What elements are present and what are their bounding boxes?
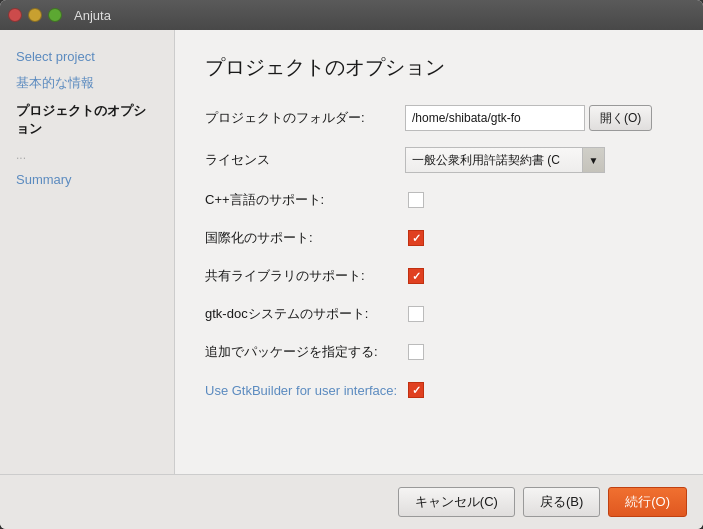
i18n-row: 国際化のサポート: bbox=[205, 227, 673, 249]
back-button[interactable]: 戻る(B) bbox=[523, 487, 600, 517]
minimize-button[interactable] bbox=[28, 8, 42, 22]
extra-packages-label: 追加でパッケージを指定する: bbox=[205, 343, 405, 361]
main-content: Select project 基本的な情報 プロジェクトのオプション ... S… bbox=[0, 30, 703, 474]
cpp-row: C++言語のサポート: bbox=[205, 189, 673, 211]
extra-packages-checkbox[interactable] bbox=[408, 344, 424, 360]
extra-packages-row: 追加でパッケージを指定する: bbox=[205, 341, 673, 363]
gtkdoc-checkbox-container bbox=[405, 303, 427, 325]
license-select-text: 一般公衆利用許諾契約書 (C bbox=[412, 152, 582, 169]
license-select[interactable]: 一般公衆利用許諾契約書 (C ▼ bbox=[405, 147, 605, 173]
sidebar: Select project 基本的な情報 プロジェクトのオプション ... S… bbox=[0, 30, 175, 474]
close-button[interactable] bbox=[8, 8, 22, 22]
gtkbuilder-row: Use GtkBuilder for user interface: bbox=[205, 379, 673, 401]
dropdown-arrow-icon: ▼ bbox=[582, 148, 604, 172]
cancel-button[interactable]: キャンセル(C) bbox=[398, 487, 515, 517]
folder-open-button[interactable]: 開く(O) bbox=[589, 105, 652, 131]
cpp-checkbox-container bbox=[405, 189, 427, 211]
gtkbuilder-checkbox[interactable] bbox=[408, 382, 424, 398]
gtkdoc-label: gtk-docシステムのサポート: bbox=[205, 305, 405, 323]
license-control: 一般公衆利用許諾契約書 (C ▼ bbox=[405, 147, 605, 173]
extra-packages-checkbox-container bbox=[405, 341, 427, 363]
shared-lib-checkbox[interactable] bbox=[408, 268, 424, 284]
page-content: プロジェクトのオプション プロジェクトのフォルダー: 開く(O) ライセンス 一… bbox=[175, 30, 703, 474]
cpp-control bbox=[405, 189, 427, 211]
gtkdoc-checkbox[interactable] bbox=[408, 306, 424, 322]
window-title: Anjuta bbox=[74, 8, 111, 23]
shared-lib-row: 共有ライブラリのサポート: bbox=[205, 265, 673, 287]
gtkbuilder-checkbox-container bbox=[405, 379, 427, 401]
sidebar-item-ellipsis: ... bbox=[12, 145, 162, 165]
sidebar-item-select-project[interactable]: Select project bbox=[12, 46, 162, 67]
page-title: プロジェクトのオプション bbox=[205, 54, 673, 81]
titlebar: Anjuta bbox=[0, 0, 703, 30]
i18n-checkbox[interactable] bbox=[408, 230, 424, 246]
sidebar-item-project-options[interactable]: プロジェクトのオプション bbox=[12, 99, 162, 141]
continue-button[interactable]: 続行(O) bbox=[608, 487, 687, 517]
sidebar-item-basic-info[interactable]: 基本的な情報 bbox=[12, 71, 162, 95]
maximize-button[interactable] bbox=[48, 8, 62, 22]
shared-lib-label: 共有ライブラリのサポート: bbox=[205, 267, 405, 285]
folder-label: プロジェクトのフォルダー: bbox=[205, 109, 405, 127]
i18n-checkbox-container bbox=[405, 227, 427, 249]
extra-packages-control bbox=[405, 341, 427, 363]
cpp-checkbox[interactable] bbox=[408, 192, 424, 208]
bottom-bar: キャンセル(C) 戻る(B) 続行(O) bbox=[0, 474, 703, 529]
folder-row: プロジェクトのフォルダー: 開く(O) bbox=[205, 105, 673, 131]
shared-lib-checkbox-container bbox=[405, 265, 427, 287]
i18n-label: 国際化のサポート: bbox=[205, 229, 405, 247]
gtkdoc-row: gtk-docシステムのサポート: bbox=[205, 303, 673, 325]
license-row: ライセンス 一般公衆利用許諾契約書 (C ▼ bbox=[205, 147, 673, 173]
i18n-control bbox=[405, 227, 427, 249]
folder-control: 開く(O) bbox=[405, 105, 652, 131]
folder-input[interactable] bbox=[405, 105, 585, 131]
cpp-label: C++言語のサポート: bbox=[205, 191, 405, 209]
shared-lib-control bbox=[405, 265, 427, 287]
gtkdoc-control bbox=[405, 303, 427, 325]
gtkbuilder-label: Use GtkBuilder for user interface: bbox=[205, 383, 405, 398]
license-label: ライセンス bbox=[205, 151, 405, 169]
gtkbuilder-control bbox=[405, 379, 427, 401]
main-window: Anjuta Select project 基本的な情報 プロジェクトのオプショ… bbox=[0, 0, 703, 529]
sidebar-item-summary[interactable]: Summary bbox=[12, 169, 162, 190]
